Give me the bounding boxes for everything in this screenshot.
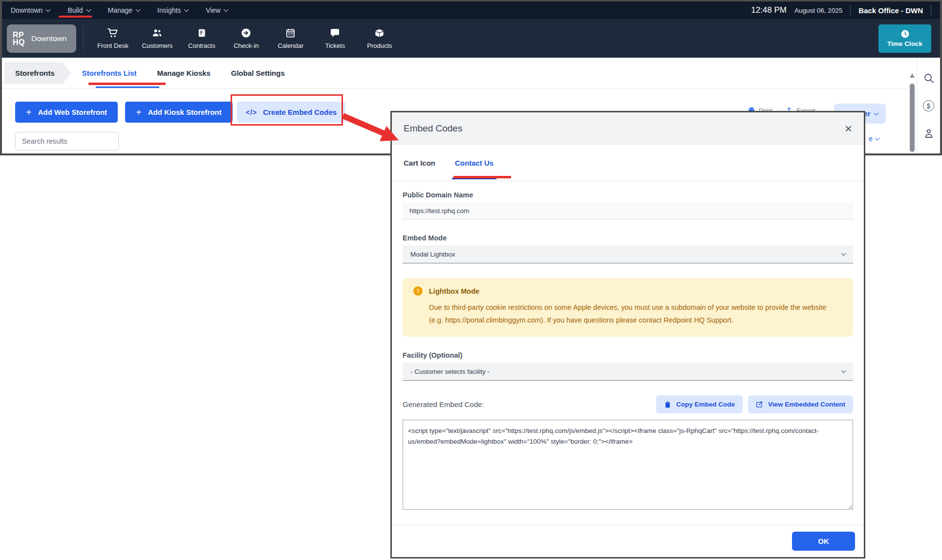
chevron-down-icon <box>841 368 846 373</box>
toolbar-item-customers[interactable]: Customers <box>135 27 179 49</box>
modal-tab-label: Contact Us <box>455 159 493 167</box>
menubar: Downtown Build Manage Insights View <box>2 1 940 19</box>
menu-manage[interactable]: Manage <box>108 6 140 14</box>
plus-icon: + <box>26 108 32 117</box>
active-tab-underline <box>96 86 159 88</box>
annotation-underline-build <box>59 16 92 18</box>
toolbar-item-tickets[interactable]: Tickets <box>313 27 357 49</box>
toolbar-item-label: Calendar <box>278 42 303 49</box>
calendar-icon <box>285 27 296 39</box>
toolbar-item-calendar[interactable]: Calendar <box>268 27 313 49</box>
external-link-icon <box>756 401 763 408</box>
embed-mode-select[interactable]: Modal Lightbox <box>403 245 853 263</box>
chevron-down-icon <box>874 110 879 115</box>
copy-embed-code-label: Copy Embed Code <box>676 401 735 408</box>
embed-mode-label: Embed Mode <box>403 234 853 242</box>
rphq-logo: RP HQ <box>13 31 25 46</box>
close-icon[interactable]: × <box>845 122 852 135</box>
menu-insights-label: Insights <box>157 6 181 14</box>
add-web-storefront-label: Add Web Storefront <box>38 108 107 116</box>
modal-title: Embed Codes <box>404 123 462 134</box>
toolbar-item-label: Tickets <box>325 42 345 49</box>
menubar-status: 12:48 PM August 06, 2025 Back Office - D… <box>751 5 931 16</box>
check-in-icon <box>240 27 252 39</box>
toolbar-item-label: Check-in <box>234 42 258 49</box>
partial-dropdown-label: e <box>869 135 873 143</box>
annotation-rect-create-embed-codes <box>231 94 343 126</box>
warning-header: ! Lightbox Mode <box>413 286 842 296</box>
person-icon[interactable] <box>923 128 935 139</box>
modal-tab-contact-us[interactable]: Contact Us <box>455 145 493 181</box>
facility-value: - Customer selects facility - <box>410 368 490 375</box>
clock-time: 12:48 PM <box>751 5 787 15</box>
annotation-arrow <box>339 110 400 147</box>
toolbar-item-label: Products <box>367 42 392 49</box>
plus-icon: + <box>136 108 142 117</box>
clock-icon <box>900 29 910 39</box>
right-sidebar: $ <box>917 58 940 153</box>
menu-build[interactable]: Build <box>67 6 90 14</box>
chevron-down-icon <box>184 7 189 12</box>
toolbar-item-front-desk[interactable]: Front Desk <box>90 27 135 49</box>
chevron-down-icon <box>841 251 846 256</box>
clock-date: August 06, 2025 <box>794 7 842 14</box>
breadcrumb: Storefronts <box>4 62 71 84</box>
partially-hidden-dropdown[interactable]: e <box>869 135 879 143</box>
chevron-down-icon <box>86 7 91 12</box>
cart-icon <box>107 27 118 39</box>
scrollbar-up-arrow[interactable] <box>910 73 915 78</box>
view-embedded-content-button[interactable]: View Embedded Content <box>748 395 853 413</box>
time-clock-label: Time Clock <box>887 40 922 47</box>
time-clock-button[interactable]: Time Clock <box>878 24 931 53</box>
modal-body: Public Domain Name Embed Mode Modal Ligh… <box>392 181 864 525</box>
annotation-underline-storefronts-list <box>88 83 166 85</box>
tab-manage-kiosks[interactable]: Manage Kiosks <box>157 69 211 77</box>
menu-manage-label: Manage <box>108 6 133 14</box>
facility-select[interactable]: - Customer selects facility - <box>403 363 853 381</box>
menu-downtown[interactable]: Downtown <box>11 6 50 14</box>
vertical-scrollbar <box>908 58 916 153</box>
mode-label[interactable]: Back Office - DWN <box>858 6 923 15</box>
chevron-down-icon <box>224 7 229 12</box>
embed-code-textarea[interactable]: <script type="text/javascript" src="http… <box>403 420 853 510</box>
facility-switcher[interactable]: RP HQ Downtown <box>7 24 76 53</box>
public-domain-field[interactable] <box>403 202 853 219</box>
add-kiosk-storefront-label: Add Kiosk Storefront <box>148 108 222 116</box>
chevron-down-icon <box>136 7 141 12</box>
chevron-down-icon <box>46 7 51 12</box>
billing-icon[interactable]: $ <box>923 100 934 111</box>
customers-icon <box>151 27 163 39</box>
clipboard-icon <box>664 401 671 409</box>
toolbar-item-check-in[interactable]: Check-in <box>224 27 268 49</box>
tab-storefronts-list[interactable]: Storefronts List <box>82 69 137 77</box>
toolbar-item-contracts[interactable]: Contracts <box>179 27 224 49</box>
warning-icon: ! <box>413 286 423 296</box>
ok-button[interactable]: OK <box>792 532 855 551</box>
scrollbar-thumb[interactable] <box>910 84 915 152</box>
divider <box>850 5 851 16</box>
tab-global-settings[interactable]: Global Settings <box>231 69 285 77</box>
menu-view[interactable]: View <box>206 6 228 14</box>
search-icon[interactable] <box>923 72 935 84</box>
chevron-down-icon <box>875 136 880 141</box>
document-icon <box>196 27 207 39</box>
add-kiosk-storefront-button[interactable]: + Add Kiosk Storefront <box>125 102 233 123</box>
modal-tab-cart-icon[interactable]: Cart Icon <box>404 145 435 181</box>
toolbar-item-label: Contracts <box>188 42 215 49</box>
public-domain-label: Public Domain Name <box>403 191 853 199</box>
toolbar-item-products[interactable]: Products <box>357 27 402 49</box>
add-web-storefront-button[interactable]: + Add Web Storefront <box>15 102 118 123</box>
speech-bubble-icon <box>329 27 341 39</box>
search-input[interactable] <box>15 132 119 151</box>
menu-view-label: View <box>206 6 220 14</box>
menu-insights[interactable]: Insights <box>157 6 188 14</box>
toolbar-item-label: Customers <box>142 42 172 49</box>
generated-code-row: Generated Embed Code: Copy Embed Code Vi… <box>403 395 853 413</box>
menu-build-label: Build <box>67 6 83 14</box>
facility-label: Facility (Optional) <box>403 351 853 359</box>
annotation-underline-contact-us <box>453 176 511 178</box>
warning-title: Lightbox Mode <box>429 287 479 295</box>
toolbar-item-label: Front Desk <box>97 42 128 49</box>
facility-name: Downtown <box>31 34 66 43</box>
copy-embed-code-button[interactable]: Copy Embed Code <box>656 395 743 413</box>
